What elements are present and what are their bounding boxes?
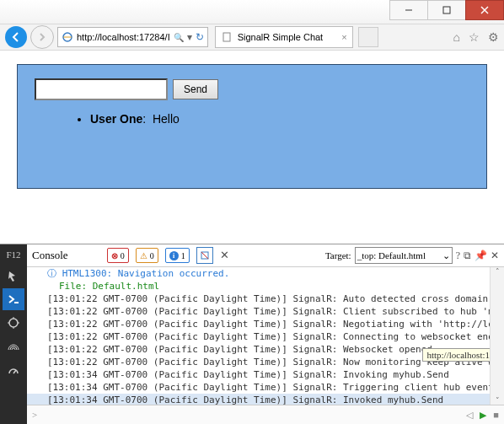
console-tab[interactable] bbox=[3, 288, 24, 310]
url-dropdown-icon[interactable]: ▾ bbox=[187, 31, 192, 43]
browser-tab[interactable]: SignalR Simple Chat × bbox=[215, 26, 353, 48]
clear-console-button[interactable] bbox=[196, 247, 213, 264]
info-icon: i bbox=[169, 251, 179, 260]
clear-x-icon[interactable]: ✕ bbox=[220, 249, 229, 262]
message-user: User One bbox=[90, 112, 142, 126]
console-log-line: [13:01:22 GMT-0700 (Pacific Daylight Tim… bbox=[27, 330, 504, 343]
home-icon[interactable]: ⌂ bbox=[453, 30, 460, 44]
target-select[interactable]: _top: Default.html⌄ bbox=[355, 247, 453, 264]
address-bar[interactable]: http://localhost:17284/I 🔍 ▾ ↻ bbox=[57, 27, 208, 47]
console-output[interactable]: ⓘ HTML1300: Navigation occurred. File: D… bbox=[27, 267, 504, 405]
page-content: Send User One: Hello bbox=[0, 51, 504, 263]
console-toolbar: Console ⊗0 ⚠0 i1 ✕ Target: _top: Default… bbox=[27, 244, 504, 267]
svg-rect-5 bbox=[223, 33, 230, 41]
message-list: User One: Hello bbox=[56, 112, 469, 126]
warnings-badge[interactable]: ⚠0 bbox=[136, 248, 158, 263]
target-label: Target: bbox=[325, 250, 351, 260]
f12-label: F12 bbox=[6, 250, 20, 260]
run-icon[interactable]: ▶ bbox=[480, 410, 486, 421]
search-icon[interactable]: 🔍 bbox=[174, 33, 184, 42]
tab-title: SignalR Simple Chat bbox=[238, 32, 324, 42]
scroll-down-icon[interactable]: ˅ bbox=[496, 396, 500, 405]
pin-icon[interactable]: 📌 bbox=[475, 250, 487, 262]
send-button[interactable]: Send bbox=[173, 79, 218, 99]
message-input[interactable] bbox=[35, 78, 168, 100]
devtools-sidebar: F12 bbox=[0, 244, 27, 424]
console-title: Console bbox=[32, 249, 68, 262]
chevron-down-icon: ⌄ bbox=[442, 250, 450, 261]
favorites-icon[interactable]: ☆ bbox=[469, 30, 480, 44]
undock-icon[interactable]: ⧉ bbox=[464, 250, 471, 262]
console-file-line: File: Default.html bbox=[27, 280, 504, 293]
warning-icon: ⚠ bbox=[140, 251, 147, 260]
svg-line-10 bbox=[201, 252, 208, 259]
refresh-icon[interactable]: ↻ bbox=[196, 31, 204, 43]
devtools-main: Console ⊗0 ⚠0 i1 ✕ Target: _top: Default… bbox=[27, 244, 504, 424]
console-log-line: [13:01:34 GMT-0700 (Pacific Daylight Tim… bbox=[27, 381, 504, 394]
maximize-button[interactable] bbox=[427, 0, 466, 20]
stop-icon[interactable]: ■ bbox=[493, 410, 499, 420]
step-back-icon[interactable]: ◁ bbox=[466, 410, 473, 421]
tab-close-icon[interactable]: × bbox=[341, 32, 346, 42]
error-icon: ⊗ bbox=[111, 251, 118, 260]
new-tab-button[interactable] bbox=[358, 27, 378, 47]
settings-icon[interactable]: ⚙ bbox=[488, 30, 499, 44]
errors-badge[interactable]: ⊗0 bbox=[107, 248, 129, 263]
vertical-scrollbar[interactable]: ˄˅ bbox=[490, 267, 504, 405]
console-log-line: [13:01:22 GMT-0700 (Pacific Daylight Tim… bbox=[27, 318, 504, 330]
page-icon bbox=[221, 31, 233, 43]
chat-panel: Send User One: Hello bbox=[17, 64, 487, 189]
console-log-line: [13:01:34 GMT-0700 (Pacific Daylight Tim… bbox=[27, 368, 504, 381]
dom-explorer-tab[interactable] bbox=[3, 265, 24, 287]
browser-tools: ⌂ ☆ ⚙ bbox=[453, 30, 499, 44]
console-log-line: [13:01:34 GMT-0700 (Pacific Daylight Tim… bbox=[27, 394, 504, 405]
profiler-tab[interactable] bbox=[3, 359, 24, 381]
browser-toolbar: http://localhost:17284/I 🔍 ▾ ↻ SignalR S… bbox=[0, 24, 504, 51]
devtools: F12 Console ⊗0 ⚠0 i1 ✕ Target: _top: Def… bbox=[0, 244, 504, 424]
tooltip: http://localhost:1 bbox=[422, 348, 494, 362]
network-tab[interactable] bbox=[3, 335, 24, 357]
console-prompt-icon[interactable]: > bbox=[32, 410, 37, 420]
scroll-up-icon[interactable]: ˄ bbox=[496, 267, 500, 276]
close-button[interactable] bbox=[465, 0, 504, 20]
console-info-line: ⓘ HTML1300: Navigation occurred. bbox=[27, 267, 504, 280]
window-titlebar bbox=[0, 0, 504, 24]
svg-line-8 bbox=[13, 370, 16, 373]
help-icon[interactable]: ? bbox=[456, 250, 460, 262]
url-text: http://localhost:17284/I bbox=[77, 32, 170, 42]
forward-button[interactable] bbox=[30, 25, 54, 49]
devtools-close-icon[interactable]: ✕ bbox=[491, 250, 499, 262]
back-button[interactable] bbox=[5, 26, 27, 48]
svg-rect-1 bbox=[443, 7, 450, 13]
ie-icon bbox=[62, 31, 73, 43]
console-log-line: [13:01:22 GMT-0700 (Pacific Daylight Tim… bbox=[27, 293, 504, 305]
message-text: Hello bbox=[153, 112, 180, 126]
minimize-button[interactable] bbox=[389, 0, 428, 20]
console-log-line: [13:01:22 GMT-0700 (Pacific Daylight Tim… bbox=[27, 305, 504, 318]
info-badge[interactable]: i1 bbox=[165, 248, 190, 263]
console-footer: > ◁ ▶ ■ bbox=[27, 405, 504, 424]
message-item: User One: Hello bbox=[90, 112, 469, 126]
debugger-tab[interactable] bbox=[3, 312, 24, 334]
